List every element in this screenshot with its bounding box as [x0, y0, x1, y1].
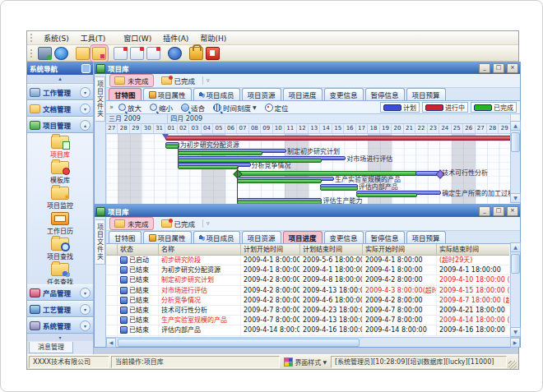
table-row[interactable]: 已结束 生产实验室规模的产品 2009-4-7 8:00:00 2009-4-1… — [106, 316, 509, 325]
close-button[interactable]: × — [507, 206, 518, 216]
sidebar-item[interactable]: 项目监控 — [47, 187, 73, 210]
chevron-down-icon[interactable]: ▾ — [80, 288, 90, 298]
pin-icon[interactable] — [81, 64, 90, 73]
scroll-up-button[interactable]: ▲ — [510, 121, 521, 131]
chevron-down-icon[interactable]: ▾ — [80, 104, 90, 114]
minimize-button[interactable]: _ — [479, 206, 490, 216]
sidebar-item[interactable]: 任务查找 — [47, 263, 73, 284]
gantt-bar-complete[interactable] — [237, 179, 322, 183]
sidebar-item[interactable]: 模板库 — [50, 161, 70, 184]
gantt-bar-complete[interactable] — [356, 193, 417, 197]
table-row[interactable]: 已结束 制定初步研究计划 2009-4-2 8:00:00 2009-4-8 1… — [106, 275, 509, 285]
column-header-actual-start[interactable]: 实际开始时间 — [363, 244, 437, 255]
scroll-right-button[interactable]: ▶ — [510, 338, 520, 348]
chevron-down-icon[interactable]: ▾ — [80, 87, 90, 98]
maximize-button[interactable]: □ — [493, 63, 504, 73]
column-header-plan-start[interactable]: 计划开始时间 — [241, 244, 300, 255]
row-selector[interactable] — [106, 325, 118, 334]
row-selector[interactable] — [106, 275, 118, 284]
sidebar-item[interactable]: 项目库 — [50, 136, 70, 159]
table-row[interactable]: 已结束 分析竞争情况 2009-4-2 8:00:00 2009-4-6 18:… — [106, 296, 509, 306]
horizontal-scrollbar[interactable]: ◀ ▶ — [106, 337, 520, 347]
resize-grip[interactable] — [508, 361, 517, 369]
view-tab[interactable]: 暂停信息 — [365, 88, 405, 100]
menu-item[interactable]: 窗口(W) — [118, 32, 157, 44]
view-tab[interactable]: 项目属性 — [143, 231, 192, 243]
view-tab[interactable]: 暂停信息 — [365, 231, 405, 243]
gantt-bar-complete[interactable] — [320, 187, 357, 191]
gantt-window-titlebar[interactable]: 项目库 _ □ × — [95, 62, 520, 74]
minimize-button[interactable]: _ — [479, 63, 490, 73]
gantt-tool-button[interactable]: 缩小 ▼ — [148, 103, 174, 113]
gantt-tool-button[interactable]: 适合 ▼ — [179, 103, 207, 113]
help-icon[interactable] — [168, 47, 182, 60]
view-tab[interactable]: 变更信息 — [324, 88, 364, 100]
overflow-button[interactable]: ▿ — [207, 77, 210, 84]
vertical-scrollbar[interactable]: ▲ ▼ — [510, 121, 520, 203]
column-header-name[interactable]: 名称 — [159, 244, 241, 255]
project-window-icon[interactable] — [92, 47, 106, 60]
folder-filter-tab[interactable]: 已完成 — [157, 75, 200, 86]
folder-open-icon[interactable] — [76, 47, 90, 60]
gantt-tool-button[interactable]: 时间刻度 ▼ — [211, 103, 258, 113]
sidebar-group[interactable]: 系统管理 ▾ — [27, 317, 93, 334]
view-tab[interactable]: 甘特图 — [109, 231, 142, 243]
view-tab[interactable]: 项目属性 — [143, 88, 192, 100]
view-tab[interactable]: 项目进度 — [283, 231, 323, 243]
sidebar-collapse-button[interactable]: ▴ — [27, 75, 93, 84]
folder-filter-tab[interactable]: 已完成 — [157, 218, 200, 229]
chevron-down-icon[interactable]: ▾ — [80, 321, 90, 331]
row-selector[interactable] — [106, 265, 118, 274]
chevron-down-icon[interactable]: ▾ — [80, 304, 90, 315]
table-row[interactable]: 已结束 评估内部产品 2009-4-14 8:00:00 2009-4-16 1… — [106, 325, 509, 335]
sidebar-item[interactable]: 项目查找 — [47, 238, 73, 261]
exit-icon[interactable] — [206, 47, 220, 60]
column-header-plan-end[interactable]: 计划结束时间 — [300, 244, 363, 255]
world-icon[interactable] — [54, 47, 68, 60]
gantt-bar-complete[interactable] — [237, 201, 322, 204]
gantt-bar-complete[interactable] — [237, 171, 417, 176]
menu-item[interactable]: 帮助(H) — [194, 32, 232, 44]
table-row[interactable]: 已结束 为初步研究分配资源 2009-4-1 8:00:00 2009-4-1 … — [106, 265, 509, 275]
menu-item[interactable]: 工具(T) — [75, 32, 112, 44]
close-button[interactable]: × — [507, 63, 518, 73]
view-tab[interactable]: 项目进度 — [283, 88, 323, 100]
sidebar-group[interactable]: 文档管理 ▾ — [27, 100, 93, 117]
gantt-tool-button[interactable]: 放大 ▼ — [117, 103, 143, 113]
tab-message-management[interactable]: 消息管理 — [29, 342, 73, 353]
scroll-up-button[interactable]: ▲ — [510, 242, 521, 252]
table-row[interactable]: 已启动 初步研究阶段 2009-4-1 8:00:00 2009-5-6 18:… — [106, 256, 509, 265]
interface-style-button[interactable]: 界面样式 ▼ — [281, 357, 329, 367]
scroll-thumb[interactable] — [511, 132, 520, 152]
table-window-titlebar[interactable]: 项目库 _ □ × — [95, 205, 520, 217]
view-tab[interactable]: 项目预算 — [406, 231, 446, 243]
sidebar-group[interactable]: 工作管理 ▾ — [27, 84, 93, 100]
chevron-up-icon[interactable]: ▴ — [80, 120, 90, 131]
sidebar-group-project[interactable]: 项目管理 ▴ — [27, 117, 93, 133]
vertical-scrollbar[interactable]: ▲ ▼ — [510, 242, 520, 337]
scroll-down-button[interactable]: ▼ — [510, 327, 521, 337]
menu-item[interactable]: 系统(S) — [38, 32, 75, 44]
folder-filter-tab[interactable]: 未完成 — [109, 74, 154, 87]
sidebar-item[interactable]: 工作日历 — [47, 212, 73, 235]
view-tab[interactable]: 变更信息 — [324, 231, 364, 243]
row-selector[interactable] — [106, 306, 118, 315]
row-selector[interactable] — [106, 316, 118, 325]
row-selector[interactable] — [106, 256, 118, 265]
column-header[interactable] — [106, 244, 118, 255]
message-flag-icon[interactable] — [146, 47, 160, 60]
sidebar-scroll-down[interactable]: ▾ — [27, 334, 93, 341]
scroll-thumb[interactable] — [511, 254, 520, 274]
view-tab[interactable]: 项目资源 — [242, 231, 281, 243]
column-header-actual-end[interactable]: 实际结束时间 — [437, 244, 509, 255]
view-tab[interactable]: 项目资源 — [242, 88, 281, 100]
row-selector[interactable] — [106, 296, 118, 305]
gantt-tool-button[interactable]: 定位 ▼ — [263, 103, 290, 113]
tab-project-folders[interactable]: 项目文件夹 — [95, 76, 105, 122]
scroll-thumb[interactable] — [118, 339, 360, 347]
sidebar-group[interactable]: 产品管理 ▾ — [27, 284, 93, 301]
overflow-chevrons[interactable]: » — [109, 104, 114, 111]
toolbar-grip[interactable] — [30, 34, 35, 42]
maximize-button[interactable]: □ — [493, 206, 504, 216]
view-tab[interactable]: 项目成员 — [193, 231, 240, 243]
